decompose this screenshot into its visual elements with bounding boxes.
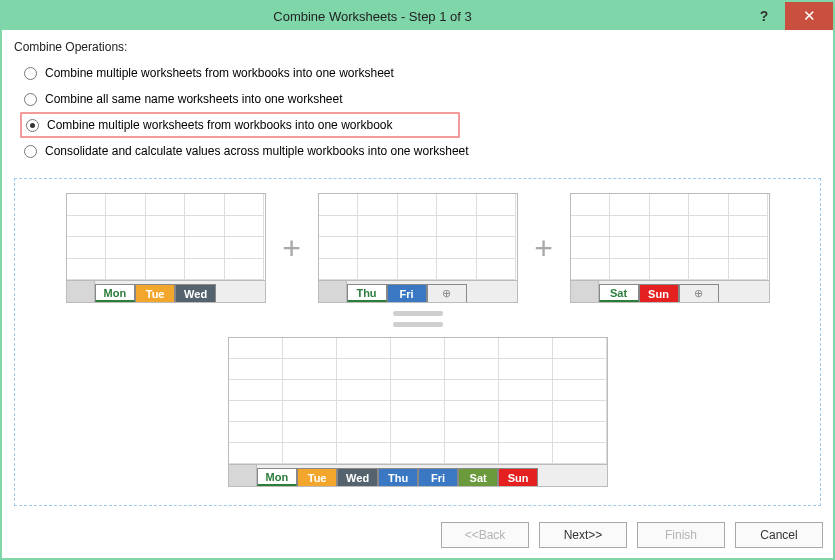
- sheet-tab-fri: Fri: [418, 468, 458, 486]
- radio-label: Combine all same name worksheets into on…: [45, 92, 342, 106]
- plus-icon: +: [526, 232, 562, 264]
- sheet-tab-mon: Mon: [95, 284, 136, 302]
- sheet-tab-bar: MonTueWed: [67, 280, 265, 302]
- radio-button[interactable]: [24, 93, 37, 106]
- result-workbook: MonTueWedThuFriSatSun: [228, 337, 608, 487]
- sheet-tab-bar: ThuFri⊕: [319, 280, 517, 302]
- back-button[interactable]: <<Back: [441, 522, 529, 548]
- sheet-tab-bar: MonTueWedThuFriSatSun: [229, 464, 607, 486]
- workbook: MonTueWed: [66, 193, 266, 303]
- title-bar: Combine Worksheets - Step 1 of 3 ? ✕: [2, 2, 833, 30]
- dialog-body: Combine Operations: Combine multiple wor…: [2, 30, 833, 516]
- radio-button[interactable]: [26, 119, 39, 132]
- sheet-tab-wed: Wed: [175, 284, 216, 302]
- close-button[interactable]: ✕: [785, 2, 833, 30]
- footer-buttons: <<Back Next>> Finish Cancel: [2, 516, 833, 558]
- radio-button[interactable]: [24, 67, 37, 80]
- finish-button[interactable]: Finish: [637, 522, 725, 548]
- radio-option-3[interactable]: Consolidate and calculate values across …: [20, 138, 821, 164]
- sheet-tab-sat: Sat: [458, 468, 498, 486]
- radio-label: Combine multiple worksheets from workboo…: [47, 118, 393, 132]
- title-controls: ? ✕: [743, 2, 833, 30]
- sheet-tab-tue: Tue: [297, 468, 337, 486]
- result-workbook: MonTueWedThuFriSatSun: [228, 337, 608, 487]
- add-sheet-icon: ⊕: [427, 284, 467, 302]
- workbook: ThuFri⊕: [318, 193, 518, 303]
- radio-button[interactable]: [24, 145, 37, 158]
- radio-option-2[interactable]: Combine multiple worksheets from workboo…: [20, 112, 460, 138]
- sheet-tab-thu: Thu: [347, 284, 387, 302]
- sheet-tab-sat: Sat: [599, 284, 639, 302]
- add-sheet-icon: ⊕: [679, 284, 719, 302]
- radio-option-1[interactable]: Combine all same name worksheets into on…: [20, 86, 821, 112]
- operation-options: Combine multiple worksheets from workboo…: [14, 60, 821, 164]
- source-workbook-row: MonTueWed+ThuFri⊕+SatSun⊕: [66, 193, 770, 303]
- diagram-area: MonTueWed+ThuFri⊕+SatSun⊕ MonTueWedThuFr…: [14, 178, 821, 506]
- group-label: Combine Operations:: [14, 40, 821, 54]
- equals-icon: [393, 311, 443, 327]
- cancel-button[interactable]: Cancel: [735, 522, 823, 548]
- sheet-tab-sun: Sun: [498, 468, 538, 486]
- workbook: SatSun⊕: [570, 193, 770, 303]
- window-title: Combine Worksheets - Step 1 of 3: [2, 9, 743, 24]
- sheet-tab-thu: Thu: [378, 468, 418, 486]
- radio-label: Combine multiple worksheets from workboo…: [45, 66, 394, 80]
- help-button[interactable]: ?: [743, 2, 785, 30]
- sheet-tab-bar: SatSun⊕: [571, 280, 769, 302]
- radio-label: Consolidate and calculate values across …: [45, 144, 469, 158]
- sheet-tab-fri: Fri: [387, 284, 427, 302]
- next-button[interactable]: Next>>: [539, 522, 627, 548]
- plus-icon: +: [274, 232, 310, 264]
- sheet-tab-wed: Wed: [337, 468, 378, 486]
- dialog-window: Combine Worksheets - Step 1 of 3 ? ✕ Com…: [0, 0, 835, 560]
- sheet-tab-tue: Tue: [135, 284, 175, 302]
- sheet-tab-mon: Mon: [257, 468, 298, 486]
- sheet-tab-sun: Sun: [639, 284, 679, 302]
- radio-option-0[interactable]: Combine multiple worksheets from workboo…: [20, 60, 821, 86]
